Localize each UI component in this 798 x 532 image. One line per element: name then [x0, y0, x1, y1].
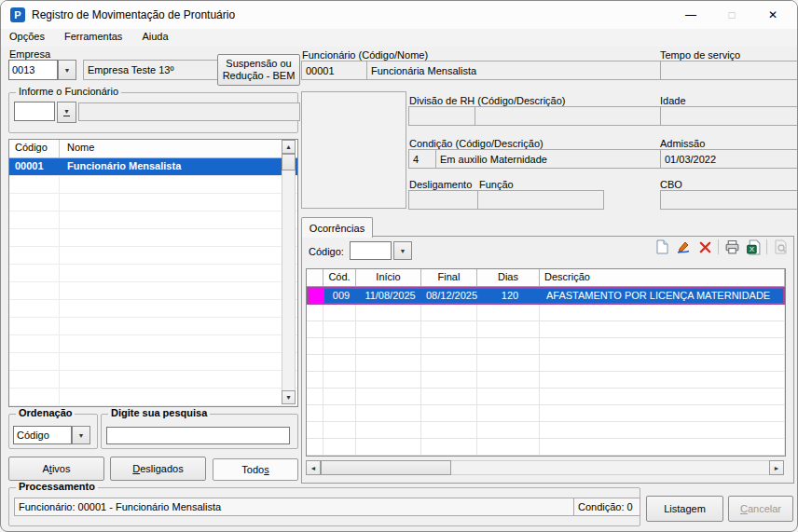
ativos-button[interactable]: Ativos: [8, 457, 104, 481]
employee-row-empty[interactable]: [9, 194, 297, 211]
funcao-field: [477, 190, 604, 210]
col-codigo-header[interactable]: Código: [9, 140, 60, 157]
col-inicio-header[interactable]: Início: [356, 269, 421, 286]
maximize-button[interactable]: □: [711, 1, 752, 28]
ordenacao-label: Ordenação: [16, 407, 75, 418]
desligados-button[interactable]: Desligados: [110, 457, 206, 481]
occurrences-header: Cód. Início Final Dias Descrição: [307, 269, 785, 287]
minimize-button[interactable]: —: [670, 1, 711, 28]
scrollbar-thumb[interactable]: [282, 154, 296, 171]
admissao-field: 01/03/2022: [660, 149, 798, 169]
occurrence-row-empty[interactable]: [307, 338, 785, 355]
toolbar-separator: [766, 239, 767, 254]
edit-record-icon[interactable]: [675, 239, 692, 255]
informe-code-input[interactable]: [14, 102, 55, 121]
employee-row-empty[interactable]: [9, 247, 297, 265]
occurrence-row-empty[interactable]: [307, 389, 785, 405]
ordenacao-combo[interactable]: Código: [13, 426, 72, 444]
occurrence-row-empty[interactable]: [307, 439, 785, 456]
occurrence-row-empty[interactable]: [307, 456, 785, 457]
ordenacao-dropdown-button[interactable]: ▼: [72, 426, 90, 444]
tempo-servico-field: [660, 61, 798, 80]
menu-bar: Opções Ferramentas Aiuda: [1, 29, 797, 47]
todos-button[interactable]: Todos: [213, 458, 298, 481]
empresa-dropdown-button[interactable]: ▼: [58, 60, 76, 80]
occurrences-rows: 009 11/08/2025 08/12/2025 120 AFASTAMENT…: [307, 287, 785, 457]
employee-row-empty[interactable]: [9, 176, 297, 194]
scroll-left-icon[interactable]: ◄: [306, 460, 321, 475]
employee-list-scrollbar[interactable]: [282, 140, 296, 404]
processamento-label: Processamento: [16, 481, 98, 492]
employee-row-empty[interactable]: [9, 282, 297, 300]
divisao-rh-code-field: [408, 106, 477, 126]
employee-row-empty[interactable]: [9, 300, 297, 318]
occurrence-row-empty[interactable]: [307, 305, 785, 321]
employee-row-empty[interactable]: [9, 371, 297, 389]
funcionario-name-field: Funcionária Mensalista: [366, 61, 661, 80]
empresa-label: Empresa: [9, 48, 50, 60]
empresa-code-field[interactable]: 0013: [8, 60, 58, 80]
listagem-button[interactable]: Listagem: [646, 496, 723, 522]
idade-field: [660, 106, 798, 126]
row-marker: [309, 289, 325, 303]
close-button[interactable]: ✕: [752, 1, 793, 28]
divisao-rh-label: Divisão de RH (Código/Descrição): [409, 95, 566, 106]
col-cod-header[interactable]: Cód.: [323, 269, 356, 286]
condicao-status: Condição: 0: [573, 498, 640, 516]
employee-row-empty[interactable]: [9, 353, 297, 371]
tempo-servico-label: Tempo de serviço: [660, 49, 740, 61]
cancelar-button[interactable]: Cancelar: [728, 496, 793, 522]
chevron-down-icon: ▼: [400, 248, 406, 254]
record-toolbar: X: [654, 239, 789, 255]
app-window: P Registro de Movimentação de Prontuário…: [0, 0, 798, 532]
delete-record-icon[interactable]: [696, 239, 713, 255]
col-marker-header[interactable]: [307, 269, 323, 286]
scroll-right-icon[interactable]: ►: [769, 460, 784, 475]
col-dias-header[interactable]: Dias: [477, 269, 540, 286]
employee-row-empty[interactable]: [9, 318, 297, 335]
pesquisa-input[interactable]: [106, 427, 290, 444]
occurrence-row-empty[interactable]: [307, 372, 785, 389]
employee-row-empty[interactable]: [9, 389, 297, 406]
tab-ocorrencias[interactable]: Ocorrências: [301, 217, 373, 238]
employee-row-empty[interactable]: [9, 335, 297, 353]
scroll-up-icon[interactable]: ▲: [282, 140, 296, 154]
condicao-label: Condição (Código/Descrição): [409, 138, 543, 149]
menu-ferramentas[interactable]: Ferramentas: [56, 29, 131, 44]
codigo-filter-dropdown-button[interactable]: ▼: [393, 241, 412, 260]
codigo-filter-label: Código:: [309, 246, 344, 257]
export-excel-icon[interactable]: X: [745, 239, 762, 255]
menu-opcoes[interactable]: Opções: [1, 29, 53, 44]
employee-row-empty[interactable]: [9, 229, 297, 247]
col-final-header[interactable]: Final: [421, 269, 477, 286]
scroll-down-icon[interactable]: ▼: [282, 390, 296, 404]
employee-list-header: Código Nome: [9, 140, 297, 158]
hscrollbar-thumb[interactable]: [321, 460, 451, 475]
pesquisa-label: Digite sua pesquisa: [108, 407, 210, 418]
occurrence-row-empty[interactable]: [307, 405, 785, 422]
occurrences-table: Cód. Início Final Dias Descrição 009 11/…: [306, 268, 786, 457]
window-title: Registro de Movimentação de Prontuário: [32, 8, 235, 21]
processamento-status: Funcionário: 00001 - Funcionário Mensali…: [14, 498, 577, 516]
col-nome-header[interactable]: Nome: [60, 140, 297, 157]
occurrence-row-empty[interactable]: [307, 355, 785, 372]
suspensao-reducao-bem-button[interactable]: Suspensão ou Redução - BEM: [217, 54, 300, 86]
funcionario-code-field: 00001: [301, 61, 370, 80]
codigo-filter-input[interactable]: [350, 241, 392, 260]
svg-text:X: X: [749, 245, 754, 253]
admissao-label: Admissão: [660, 138, 705, 149]
informe-pick-button[interactable]: ▼: [57, 102, 76, 123]
occurrence-row-empty[interactable]: [307, 321, 785, 338]
employee-list-rows: 00001 Funcionário Mensalista: [9, 158, 297, 406]
col-descricao-header[interactable]: Descrição: [540, 269, 785, 286]
employee-row-empty[interactable]: [9, 211, 297, 229]
menu-ajuda[interactable]: Aiuda: [133, 29, 176, 44]
employee-row[interactable]: 00001 Funcionário Mensalista: [9, 158, 297, 176]
occurrence-row[interactable]: 009 11/08/2025 08/12/2025 120 AFASTAMENT…: [307, 287, 785, 305]
occurrence-row-empty[interactable]: [307, 422, 785, 439]
new-record-icon[interactable]: [654, 239, 670, 255]
employee-list: Código Nome 00001 Funcionário Mensalista: [8, 139, 298, 407]
employee-row-empty[interactable]: [9, 265, 297, 282]
print-preview-icon[interactable]: [772, 239, 789, 255]
print-icon[interactable]: [723, 239, 740, 255]
